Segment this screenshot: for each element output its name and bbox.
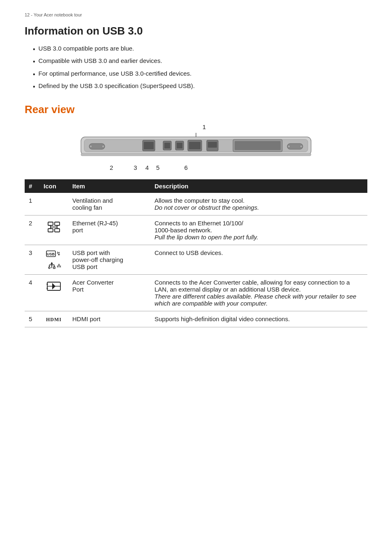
- row2-num: 2: [25, 215, 39, 245]
- row2-desc: Connects to an Ethernet 10/100/1000-base…: [150, 215, 367, 245]
- svg-rect-9: [177, 143, 182, 148]
- svg-text:↯: ↯: [56, 250, 61, 257]
- svg-rect-7: [164, 143, 170, 148]
- bullet-3: For optimal performance, use USB 3.0-cer…: [33, 70, 367, 79]
- row3-item: USB port withpower-off charging USB port: [68, 245, 150, 274]
- usb-bullet-list: USB 3.0 compatible ports are blue. Compa…: [33, 45, 367, 92]
- table-row: 3 USB ↯: [25, 245, 367, 274]
- row4-desc: Connects to the Acer Converter cable, al…: [150, 274, 367, 311]
- diagram-area: 1: [25, 123, 367, 171]
- table-row: 1 Ventilation andcooling fan Allows the …: [25, 193, 367, 215]
- row5-desc: Supports high-definition digital video c…: [150, 311, 367, 327]
- svg-rect-17: [81, 153, 311, 156]
- usb-section-title: Information on USB 3.0: [25, 25, 367, 37]
- row4-num: 4: [25, 274, 39, 311]
- col-header-desc: Description: [150, 179, 367, 193]
- row2-item: Ethernet (RJ-45)port: [68, 215, 150, 245]
- row3-num: 3: [25, 245, 39, 274]
- svg-marker-42: [52, 283, 55, 290]
- row4-icon: [39, 274, 68, 311]
- row1-icon: [39, 193, 68, 215]
- svg-text:USB: USB: [47, 252, 55, 256]
- svg-point-20: [288, 145, 290, 148]
- svg-point-21: [300, 145, 302, 148]
- col-header-num: #: [25, 179, 39, 193]
- svg-rect-37: [53, 267, 55, 269]
- diagram-numbers-row: 2 3 4 5 6: [77, 164, 315, 171]
- table-row: 2 Ethernet (RJ-45)port Connects to an Et…: [25, 215, 367, 245]
- info-table: # Icon Item Description 1 Ventilation an…: [25, 179, 367, 327]
- svg-point-36: [48, 267, 50, 269]
- page-label: 12 - Your Acer notebook tour: [25, 12, 367, 17]
- row5-item: HDMI port: [68, 311, 150, 327]
- laptop-rear-image: [77, 132, 315, 162]
- svg-rect-24: [48, 229, 53, 232]
- row3-icon: USB ↯ ⁂: [39, 245, 68, 274]
- table-row: 5 HDMI HDMI port Supports high-definitio…: [25, 311, 367, 327]
- svg-point-18: [90, 145, 92, 148]
- bullet-4: Defined by the USB 3.0 specification (Su…: [33, 82, 367, 91]
- svg-rect-14: [208, 142, 217, 148]
- diagram-label-top: 1: [203, 123, 206, 130]
- svg-text:⁂: ⁂: [57, 263, 61, 268]
- hdmi-icon: HDMI: [46, 317, 62, 322]
- row1-item: Ventilation andcooling fan: [68, 193, 150, 215]
- row5-num: 5: [25, 311, 39, 327]
- svg-point-19: [102, 145, 104, 148]
- row5-icon: HDMI: [39, 311, 68, 327]
- table-row: 4 Acer ConverterPort Connects to the Ace…: [25, 274, 367, 311]
- row2-icon: [39, 215, 68, 245]
- bullet-2: Compatible with USB 3.0 and earlier devi…: [33, 57, 367, 66]
- rear-view-title: Rear view: [25, 103, 367, 116]
- col-header-icon: Icon: [39, 179, 68, 193]
- svg-marker-38: [51, 262, 53, 264]
- row1-desc: Allows the computer to stay cool. Do not…: [150, 193, 367, 215]
- svg-rect-5: [144, 142, 154, 149]
- table-header-row: # Icon Item Description: [25, 179, 367, 193]
- row3-desc: Connect to USB devices.: [150, 245, 367, 274]
- row4-item: Acer ConverterPort: [68, 274, 150, 311]
- svg-rect-16: [235, 141, 281, 150]
- col-header-item: Item: [68, 179, 150, 193]
- bullet-1: USB 3.0 compatible ports are blue.: [33, 45, 367, 54]
- svg-rect-22: [48, 222, 53, 225]
- row1-num: 1: [25, 193, 39, 215]
- svg-rect-11: [189, 142, 201, 149]
- svg-rect-25: [55, 229, 60, 232]
- svg-rect-23: [55, 222, 60, 225]
